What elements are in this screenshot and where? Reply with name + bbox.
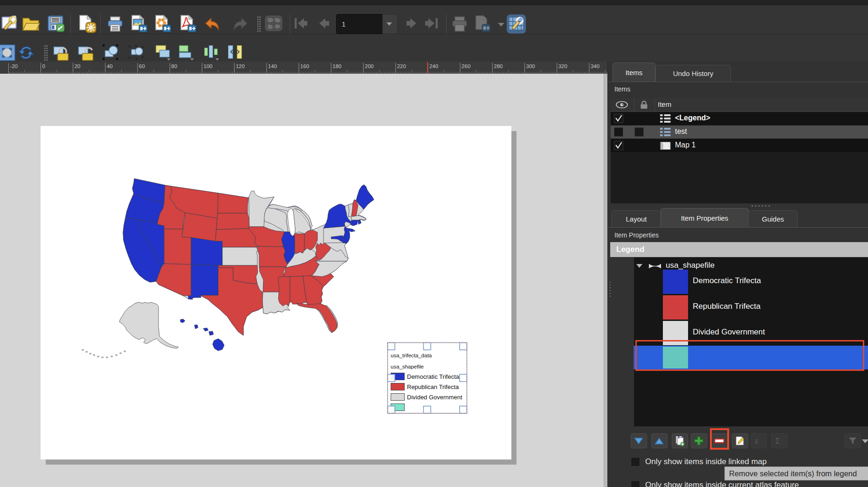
- svg-text:100: 100: [204, 63, 213, 69]
- svg-text:120: 120: [236, 63, 245, 69]
- svg-text:140: 140: [268, 63, 277, 69]
- svg-text:80: 80: [171, 63, 177, 69]
- svg-text:240: 240: [429, 63, 438, 69]
- svg-text:340: 340: [591, 63, 599, 69]
- svg-text:20: 20: [75, 63, 81, 69]
- svg-text:200: 200: [365, 63, 374, 69]
- svg-text:usa_shapefile: usa_shapefile: [391, 364, 424, 369]
- svg-text:40: 40: [107, 63, 113, 69]
- svg-text:Republican Trifecta: Republican Trifecta: [407, 383, 459, 390]
- svg-text:Σ: Σ: [775, 437, 780, 445]
- svg-text:Democratic Trifecta: Democratic Trifecta: [407, 373, 460, 380]
- svg-text:60: 60: [139, 63, 145, 69]
- svg-text:300: 300: [526, 63, 535, 69]
- svg-text:ε: ε: [755, 437, 758, 445]
- svg-text:0: 0: [42, 63, 45, 69]
- svg-text:260: 260: [462, 63, 470, 69]
- svg-text:180: 180: [332, 63, 341, 69]
- svg-text:usa_trifecta_data: usa_trifecta_data: [391, 353, 432, 358]
- svg-text:Divided Government: Divided Government: [407, 394, 462, 401]
- svg-text:280: 280: [494, 63, 503, 69]
- svg-text:160: 160: [300, 63, 309, 69]
- svg-text:220: 220: [397, 63, 406, 69]
- svg-text:-20: -20: [10, 63, 18, 69]
- svg-text:320: 320: [558, 63, 567, 69]
